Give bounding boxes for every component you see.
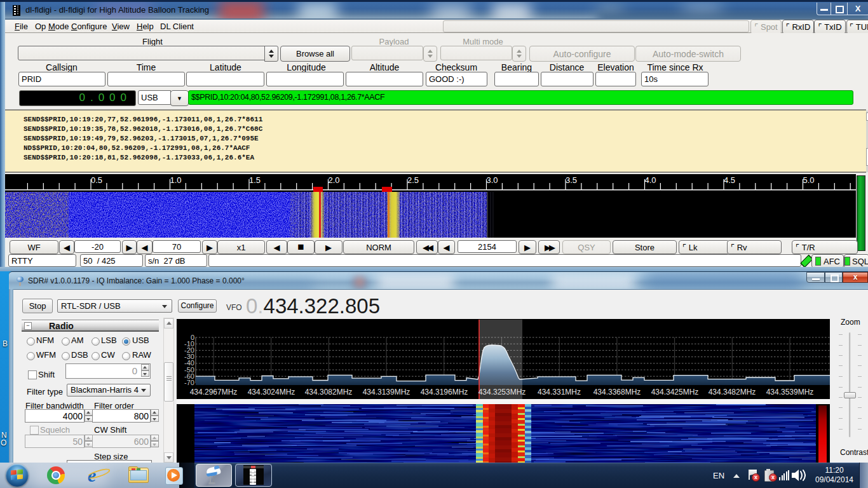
svg-text:1.0: 1.0	[170, 175, 182, 185]
svg-text:434.331MHz: 434.331MHz	[538, 388, 581, 396]
svg-text:0.5: 0.5	[91, 175, 102, 185]
svg-text:434.3368MHz: 434.3368MHz	[593, 388, 641, 396]
svg-text:2.0: 2.0	[329, 175, 340, 185]
svg-text:434.3539MHz: 434.3539MHz	[766, 388, 814, 396]
svg-text:2.5: 2.5	[407, 175, 419, 185]
svg-text:434.3139MHz: 434.3139MHz	[363, 388, 410, 396]
svg-text:1.5: 1.5	[249, 175, 261, 185]
svg-text:-70: -70	[184, 379, 194, 386]
svg-text:434.3196MHz: 434.3196MHz	[421, 388, 468, 396]
svg-text:434.3425MHz: 434.3425MHz	[651, 388, 699, 396]
svg-text:434.3082MHz: 434.3082MHz	[305, 388, 353, 396]
svg-text:3.5: 3.5	[566, 175, 577, 185]
svg-text:434.3253MHz: 434.3253MHz	[478, 388, 526, 396]
svg-text:4.5: 4.5	[724, 175, 735, 185]
svg-text:434.3024MHz: 434.3024MHz	[248, 388, 295, 396]
svg-text:4.0: 4.0	[645, 175, 656, 185]
svg-text:434.2967MHz: 434.2967MHz	[190, 388, 238, 396]
svg-text:3.0: 3.0	[487, 175, 498, 185]
svg-text:5.0: 5.0	[803, 175, 815, 185]
svg-text:434.3482MHz: 434.3482MHz	[709, 388, 756, 396]
